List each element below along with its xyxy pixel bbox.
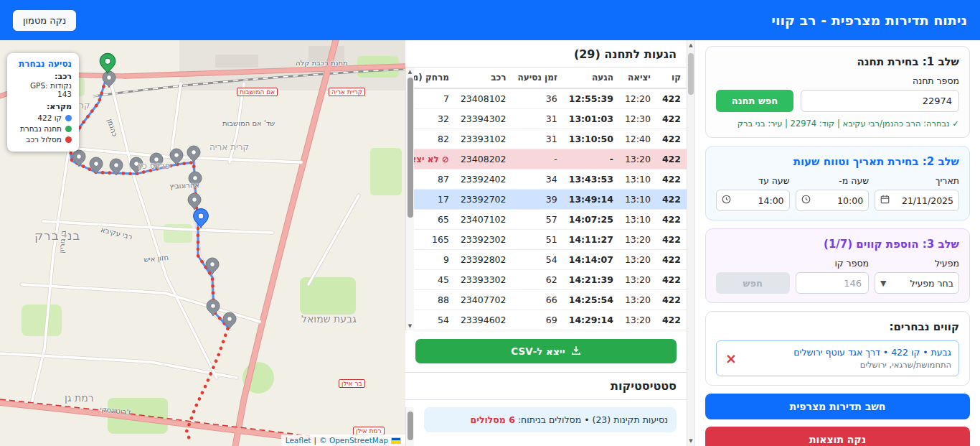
table-row[interactable]: 42213:2014:14:075423392802902:40 xyxy=(405,250,687,270)
table-scrollbar[interactable]: ▲ ▼ xyxy=(405,68,414,330)
step2-title: שלב 2: בחירת תאריך וטווח שעות xyxy=(716,155,959,168)
search-station-button[interactable]: חפש תחנה xyxy=(716,90,793,112)
column-header-line[interactable]: קו xyxy=(656,68,687,88)
table-scrollbar-thumb[interactable] xyxy=(407,78,413,218)
calculate-frequency-button[interactable]: חשב תדירות מצרפית xyxy=(705,394,970,419)
table-row[interactable]: 42213:1014:07:2557234071026518:11 xyxy=(405,210,687,230)
date-input[interactable]: 21/11/2025 xyxy=(875,190,959,211)
leaflet-link[interactable]: Leaflet xyxy=(286,436,311,445)
legend-key-label: מקרא: xyxy=(14,102,72,111)
station-number-input[interactable] xyxy=(801,90,959,112)
cell-travel_time: 57 xyxy=(512,210,563,230)
cell-travel_time: 31 xyxy=(512,109,563,129)
line-number-input[interactable] xyxy=(796,272,870,294)
cell-arrival: 14:07:25 xyxy=(563,210,619,230)
attribution-separator: | xyxy=(314,436,317,445)
step3-title: שלב 3: הוספת קווים (1/7) xyxy=(716,238,959,251)
column-header-travel_time[interactable]: זמן נסיעה xyxy=(512,68,563,88)
statistics-container: נסיעות תקינות (23) • מסלולים בניתוח: 6 מ… xyxy=(405,407,687,446)
cell-line: 422 xyxy=(656,270,687,290)
cell-arrival: 14:11:27 xyxy=(563,230,619,250)
date-value: 21/11/2025 xyxy=(902,195,953,206)
cell-vehicle: 23392402 xyxy=(455,169,512,190)
legend-gps-count: נקודות GPS: 143 xyxy=(14,81,72,98)
cell-departure: 12:20 xyxy=(619,88,656,109)
table-row[interactable]: 42213:2014:11:27512339230216504:02 xyxy=(405,230,687,250)
export-csv-button[interactable]: ייצא ל-CSV xyxy=(415,339,677,363)
legend-item-label: קו 422 xyxy=(37,113,62,122)
scroll-down-arrow-icon[interactable]: ▼ xyxy=(406,323,414,329)
export-csv-label: ייצא ל-CSV xyxy=(511,345,565,357)
statistics-scrollbar-thumb[interactable] xyxy=(407,412,413,440)
cell-departure: 13:10 xyxy=(619,169,656,190)
cell-departure: 13:20 xyxy=(619,230,656,250)
cell-travel_time: - xyxy=(512,149,563,169)
ukraine-flag-icon xyxy=(391,437,401,444)
scroll-up-arrow-icon[interactable]: ▲ xyxy=(687,42,694,48)
cell-arrival: 14:14:07 xyxy=(563,250,619,270)
clear-results-button[interactable]: נקה תוצאות xyxy=(705,427,970,446)
clear-cache-button[interactable]: נקה מטמון xyxy=(13,10,76,31)
step1-card: שלב 1: בחירת תחנה מספר תחנה חפש תחנה ✓ נ… xyxy=(705,46,970,138)
table-row[interactable]: 42213:1013:43:5334233924028733:03 xyxy=(405,169,687,190)
osm-link[interactable]: © OpenStreetMap xyxy=(319,436,388,445)
map[interactable]: בני ברקרמת גןגבעת שמואלקרית אריהפרדס כץק… xyxy=(0,40,405,446)
scroll-down-arrow-icon[interactable]: ▼ xyxy=(687,438,694,444)
legend-dot-icon xyxy=(65,126,72,132)
cell-line: 422 xyxy=(656,290,687,310)
time-to-label: שעה עד xyxy=(716,175,790,186)
date-label: תאריך xyxy=(875,175,959,186)
spacer-label xyxy=(716,258,790,269)
table-row[interactable]: 42212:2012:55:393623408102707:58 xyxy=(405,88,687,109)
cell-line: 422 xyxy=(656,230,687,250)
cell-arrival: 14:21:39 xyxy=(563,270,619,290)
cell-line: 422 xyxy=(656,129,687,149)
cell-vehicle: 23394602 xyxy=(455,310,512,330)
table-row[interactable]: 42213:2014:21:3962233933024507:32 xyxy=(405,270,687,290)
cell-vehicle: 23392302 xyxy=(455,230,512,250)
legend-dot-icon xyxy=(65,136,72,143)
header-bar: ניתוח תדירות מצרפית - רב קווי נקה מטמון xyxy=(0,0,980,40)
column-header-arrival[interactable]: הגעה xyxy=(563,68,619,88)
scrollbar-thumb[interactable] xyxy=(688,53,694,95)
time-from-input[interactable]: 10:00 xyxy=(796,190,870,211)
cell-departure: 13:20 xyxy=(619,310,656,330)
table-row[interactable]: 42212:4013:10:5031233931028209:47 xyxy=(405,129,687,149)
selected-line-title: גבעת • קו 422 • דרך אגד עוטף ירושלים xyxy=(793,346,951,359)
time-to-value: 14:00 xyxy=(758,195,784,206)
operator-select[interactable]: בחר מפעיל ▼ xyxy=(875,272,959,294)
table-row[interactable]: 42212:3013:01:0331233943023205:24 xyxy=(405,109,687,129)
cell-line: 422 xyxy=(656,169,687,190)
statistics-scrollbar[interactable] xyxy=(405,407,414,446)
time-to-input[interactable]: 14:00 xyxy=(716,190,790,211)
selected-line-subtitle: התחמושת/שרגאי, ירושלים xyxy=(793,359,951,371)
scroll-up-arrow-icon[interactable]: ▲ xyxy=(406,69,414,75)
panel-scrollbar[interactable]: ▲ ▼ xyxy=(687,40,695,446)
cell-vehicle: 23408102 xyxy=(455,88,512,109)
table-row[interactable]: 42213:2014:29:1469233946025403:20 xyxy=(405,310,687,330)
chevron-down-icon: ▼ xyxy=(880,279,886,288)
column-header-vehicle[interactable]: רכב xyxy=(455,68,512,88)
cell-vehicle: 23392702 xyxy=(455,190,512,210)
legend-item: מסלול רכב xyxy=(14,135,72,144)
cell-line: 422 xyxy=(656,190,687,210)
table-row[interactable]: 42213:1013:49:1439233927021705:21 xyxy=(405,190,687,210)
cell-travel_time: 31 xyxy=(512,129,563,149)
operator-selected-value: בחר מפעיל xyxy=(910,278,953,289)
cell-departure: 13:20 xyxy=(619,149,656,169)
station-number-label: מספר תחנה xyxy=(716,75,959,86)
cell-vehicle: 23393102 xyxy=(455,129,512,149)
table-row[interactable]: 42213:2014:25:5466234077028804:15 xyxy=(405,290,687,310)
arrivals-title: הגעות לתחנה (29) xyxy=(405,40,687,68)
time-from-label: שעה מ- xyxy=(796,175,870,186)
cell-travel_time: 62 xyxy=(512,270,563,290)
cell-arrival: 13:49:14 xyxy=(563,190,619,210)
remove-line-button[interactable]: × xyxy=(724,352,738,366)
statistics-summary-text: נסיעות תקינות (23) • מסלולים בניתוח: xyxy=(515,414,668,425)
table-row[interactable]: 42213:20--23408202⊘ לא יצא- xyxy=(405,149,687,169)
line-number-label: מספר קו xyxy=(796,258,870,269)
arrivals-table: קויציאההגעהזמן נסיעהרכבמרחק (מ')הפרש 422… xyxy=(405,68,687,330)
legend-vehicle-label: רכב: xyxy=(14,72,72,81)
search-line-button[interactable]: חפש xyxy=(716,272,790,294)
column-header-departure[interactable]: יציאה xyxy=(619,68,656,88)
